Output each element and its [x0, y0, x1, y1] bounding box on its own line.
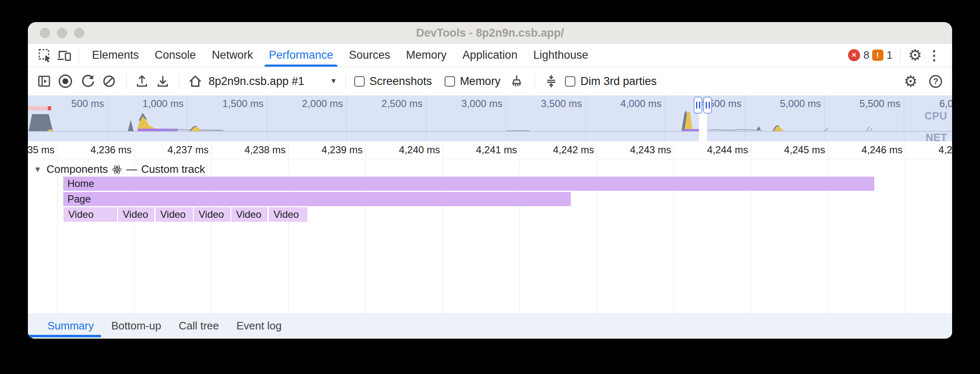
devtools-tabbar: ElementsConsoleNetworkPerformanceSources… — [28, 44, 952, 67]
ruler-tick-label: 4,241 ms — [450, 144, 517, 156]
cpu-lane-label: CPU — [925, 110, 947, 122]
collapse-sections-icon[interactable] — [544, 74, 558, 88]
window-title: DevTools - 8p2n9n.csb.app/ — [28, 27, 952, 40]
console-warnings-badge[interactable]: ! 1 — [872, 49, 893, 62]
tab-application[interactable]: Application — [455, 44, 525, 67]
flame-bar-video[interactable]: Video — [194, 207, 230, 222]
tab-elements[interactable]: Elements — [84, 44, 147, 67]
tab-network[interactable]: Network — [204, 44, 261, 67]
upload-profile-icon[interactable] — [135, 74, 149, 88]
capture-settings-gear-icon[interactable]: ⚙ — [904, 74, 918, 89]
divider — [346, 74, 346, 88]
ruler-tick-label: 4,239 ms — [296, 144, 363, 156]
bottom-tab-event-log[interactable]: Event log — [228, 314, 290, 337]
track-name: Components — [47, 163, 108, 176]
tab-console[interactable]: Console — [147, 44, 204, 67]
flame-bar-video[interactable]: Video — [269, 207, 307, 222]
divider — [126, 74, 127, 88]
home-icon[interactable] — [188, 74, 203, 89]
devtools-window: DevTools - 8p2n9n.csb.app/ ElementsConso… — [28, 22, 952, 339]
overview-tick-label: 2,000 ms — [285, 98, 343, 110]
ruler-tick-label: 4,246 ms — [836, 144, 903, 156]
checkbox-box — [354, 76, 365, 87]
ruler-tick-label: 4,244 ms — [682, 144, 748, 156]
bottom-tabbar: SummaryBottom-upCall treeEvent log — [28, 314, 952, 337]
flame-bar-video[interactable]: Video — [156, 207, 193, 222]
inspect-element-icon[interactable] — [35, 47, 55, 64]
overview-tick-label: 3,500 ms — [524, 98, 582, 110]
active-tab-underline — [28, 335, 101, 337]
memory-checkbox[interactable]: Memory — [445, 75, 501, 88]
flame-bar-video[interactable]: Video — [231, 207, 267, 222]
flame-bar-video[interactable]: Video — [64, 207, 117, 222]
clear-recording-icon[interactable] — [102, 74, 116, 88]
performance-toolbar: 8p2n9n.csb.app #1 ▼ Screenshots Memory — [28, 67, 952, 96]
track-subtitle: Custom track — [141, 163, 205, 176]
overview-tick-label: 1,000 ms — [125, 98, 184, 110]
warning-icon: ! — [872, 50, 883, 61]
track-separator: — — [126, 163, 137, 176]
tab-sources[interactable]: Sources — [341, 44, 398, 67]
console-errors-badge[interactable]: × 8 — [848, 49, 869, 62]
screenshots-checkbox[interactable]: Screenshots — [354, 75, 432, 88]
tab-lighthouse[interactable]: Lighthouse — [525, 44, 596, 67]
timeline-overview[interactable]: 500 ms1,000 ms1,500 ms2,000 ms2,500 ms3,… — [28, 96, 952, 141]
ruler-tick-label: 4,235 ms — [28, 144, 55, 156]
collapse-triangle-icon[interactable]: ▼ — [34, 165, 42, 174]
ruler-tick-label: 4,247 ms — [913, 144, 952, 156]
flame-bar-video[interactable]: Video — [118, 207, 154, 222]
bottom-tab-call-tree[interactable]: Call tree — [170, 314, 228, 337]
ruler-tick-label: 4,242 ms — [527, 144, 594, 156]
flame-bar-home[interactable]: Home — [63, 177, 874, 191]
checkbox-box — [565, 76, 575, 87]
timeline-ruler: 4,235 ms4,236 ms4,237 ms4,238 ms4,239 ms… — [28, 141, 952, 160]
track-header-components[interactable]: ▼ Components — Custom track — [34, 163, 205, 176]
ruler-tick-label: 4,236 ms — [65, 144, 132, 156]
tab-performance[interactable]: Performance — [261, 44, 341, 67]
overview-tick-label: 2,500 ms — [364, 98, 423, 110]
devtools-tabs: ElementsConsoleNetworkPerformanceSources… — [84, 44, 596, 67]
tab-memory[interactable]: Memory — [398, 44, 455, 67]
flame-bar-page[interactable]: Page — [63, 192, 571, 206]
settings-gear-icon[interactable]: ⚙ — [905, 47, 925, 64]
error-count: 8 — [863, 49, 869, 62]
toggle-sidebar-icon[interactable] — [37, 74, 51, 88]
record-button[interactable] — [59, 75, 72, 88]
atom-icon — [112, 165, 122, 175]
overview-tick-label: 4,000 ms — [603, 98, 662, 110]
divider — [179, 74, 179, 88]
collect-garbage-icon[interactable] — [510, 74, 524, 88]
more-options-kebab-icon[interactable]: ⋮ — [925, 47, 944, 64]
titlebar: DevTools - 8p2n9n.csb.app/ — [28, 22, 952, 44]
checkbox-box — [445, 76, 455, 87]
overview-tick-label: 1,500 ms — [205, 98, 264, 110]
download-profile-icon[interactable] — [156, 74, 170, 88]
overview-tick-label: 6,000 ms — [922, 98, 952, 110]
record-and-reload-icon[interactable] — [80, 74, 95, 89]
warning-count: 1 — [887, 49, 893, 62]
overview-tick-label: 500 ms — [46, 98, 104, 110]
error-icon: × — [848, 49, 860, 61]
ruler-tick-label: 4,240 ms — [373, 144, 440, 156]
ruler-tick-label: 4,238 ms — [219, 144, 286, 156]
selection-right-handle[interactable] — [703, 97, 712, 114]
device-toolbar-icon[interactable] — [55, 47, 74, 64]
divider — [900, 48, 900, 62]
chevron-down-icon[interactable]: ▼ — [330, 77, 337, 85]
help-icon[interactable]: ? — [929, 75, 942, 88]
target-selector[interactable]: 8p2n9n.csb.app #1 — [209, 75, 304, 88]
ruler-tick-label: 4,245 ms — [759, 144, 825, 156]
divider — [535, 74, 535, 88]
timeline-detail: 4,235 ms4,236 ms4,237 ms4,238 ms4,239 ms… — [28, 141, 952, 314]
checkbox-label: Screenshots — [370, 75, 432, 88]
bottom-tab-summary[interactable]: Summary — [39, 314, 102, 337]
checkbox-label: Memory — [460, 75, 501, 88]
bottom-tab-bottom-up[interactable]: Bottom-up — [102, 314, 170, 337]
net-lane-label: NET — [926, 132, 948, 141]
overview-tick-label: 5,500 ms — [842, 98, 900, 110]
flamechart-tracks[interactable]: ▼ Components — Custom track HomePageVide… — [28, 160, 952, 314]
dim-3rd-parties-checkbox[interactable]: Dim 3rd parties — [565, 75, 657, 88]
selection-range[interactable] — [699, 111, 707, 141]
divider — [79, 48, 79, 62]
selection-left-handle[interactable] — [694, 97, 702, 114]
